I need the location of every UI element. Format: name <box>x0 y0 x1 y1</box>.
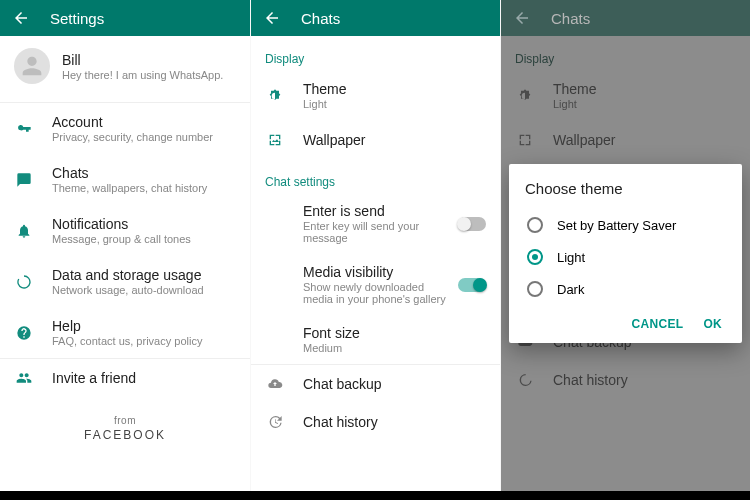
chats-settings-pane-dialog: Chats Display ThemeLight Wallpaper Chat … <box>500 0 750 491</box>
brightness-icon <box>265 88 285 104</box>
theme-dialog: Choose theme Set by Battery Saver Light … <box>509 164 742 343</box>
key-icon <box>14 121 34 137</box>
radio-icon <box>527 281 543 297</box>
back-arrow-icon[interactable] <box>12 9 30 27</box>
chats-item-enter-send[interactable]: Enter is sendEnter key will send your me… <box>251 193 500 254</box>
data-usage-icon <box>14 274 34 290</box>
appbar-dimmed: Chats <box>501 0 750 36</box>
bell-icon <box>14 223 34 239</box>
help-icon <box>14 325 34 341</box>
settings-item-help[interactable]: HelpFAQ, contact us, privacy policy <box>0 307 250 358</box>
chats-item-backup[interactable]: Chat backup <box>251 365 500 403</box>
footer-branding: from FACEBOOK <box>0 415 250 442</box>
wallpaper-icon <box>265 132 285 148</box>
section-chat-settings: Chat settings <box>251 159 500 193</box>
settings-pane: Settings Bill Hey there! I am using What… <box>0 0 250 491</box>
appbar: Settings <box>0 0 250 36</box>
avatar <box>14 48 50 84</box>
toggle-media-visibility[interactable] <box>458 278 486 292</box>
theme-option-battery[interactable]: Set by Battery Saver <box>525 209 726 241</box>
appbar-title: Chats <box>551 10 590 27</box>
settings-item-account[interactable]: AccountPrivacy, security, change number <box>0 103 250 154</box>
theme-option-dark[interactable]: Dark <box>525 273 726 305</box>
chats-item-history[interactable]: Chat history <box>251 403 500 441</box>
settings-item-notifications[interactable]: NotificationsMessage, group & call tones <box>0 205 250 256</box>
theme-option-light[interactable]: Light <box>525 241 726 273</box>
chats-item-font-size[interactable]: Font sizeMedium <box>251 315 500 364</box>
nav-bar <box>0 491 750 500</box>
radio-icon <box>527 217 543 233</box>
history-icon <box>265 414 285 430</box>
chats-settings-pane: Chats Display ThemeLight Wallpaper Chat … <box>250 0 500 491</box>
back-arrow-icon[interactable] <box>263 9 281 27</box>
settings-item-data[interactable]: Data and storage usageNetwork usage, aut… <box>0 256 250 307</box>
radio-selected-icon <box>527 249 543 265</box>
ok-button[interactable]: OK <box>703 317 722 331</box>
appbar-title: Settings <box>50 10 104 27</box>
appbar: Chats <box>251 0 500 36</box>
settings-item-invite[interactable]: Invite a friend <box>0 359 250 397</box>
section-display: Display <box>251 36 500 70</box>
settings-item-chats[interactable]: ChatsTheme, wallpapers, chat history <box>0 154 250 205</box>
chats-item-theme[interactable]: ThemeLight <box>251 70 500 121</box>
profile-name: Bill <box>62 52 223 68</box>
profile-row[interactable]: Bill Hey there! I am using WhatsApp. <box>0 36 250 102</box>
appbar-title: Chats <box>301 10 340 27</box>
cloud-upload-icon <box>265 376 285 392</box>
profile-status: Hey there! I am using WhatsApp. <box>62 69 223 81</box>
cancel-button[interactable]: CANCEL <box>632 317 684 331</box>
chat-icon <box>14 172 34 188</box>
dialog-title: Choose theme <box>525 180 726 197</box>
people-icon <box>14 370 34 386</box>
chats-item-media-visibility[interactable]: Media visibilityShow newly downloaded me… <box>251 254 500 315</box>
back-arrow-icon <box>513 9 531 27</box>
chats-item-wallpaper[interactable]: Wallpaper <box>251 121 500 159</box>
toggle-enter-send[interactable] <box>458 217 486 231</box>
